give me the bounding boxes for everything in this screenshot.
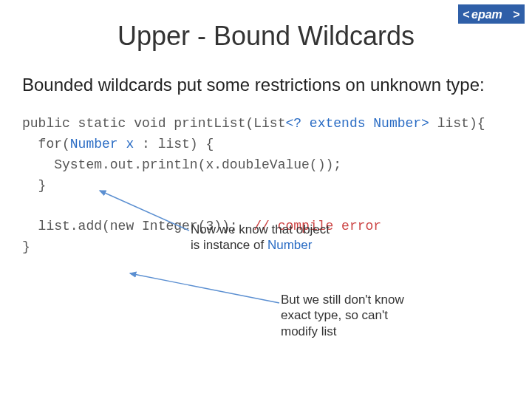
code-line-2: for(Number x : list) { — [22, 137, 214, 151]
code-line-7: } — [22, 239, 30, 254]
code-line-4: } — [22, 178, 46, 193]
slide-subtitle: Bounded wildcards put some restrictions … — [22, 74, 510, 96]
svg-text:epam: epam — [471, 8, 502, 21]
svg-text:>: > — [513, 8, 519, 21]
svg-line-5 — [130, 273, 279, 303]
slide-title: Upper - Bound Wildcards — [0, 21, 532, 52]
svg-text:<: < — [463, 8, 469, 21]
annotation-instance-of-number: Now we know that object is instance of N… — [191, 222, 330, 253]
code-line-1: public static void printList(List<? exte… — [22, 116, 485, 131]
annotation-cannot-modify: But we still don't know exact type, so c… — [281, 292, 404, 339]
code-line-3: System.out.println(x.doubleValue()); — [22, 157, 341, 172]
epam-logo: < epam > — [458, 4, 525, 27]
